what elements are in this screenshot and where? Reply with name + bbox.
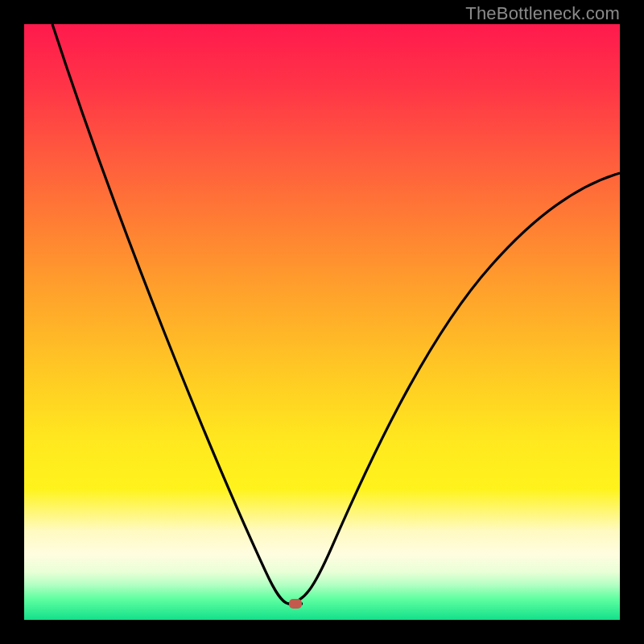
- optimal-point-marker: [289, 599, 302, 609]
- curve-right-branch: [288, 173, 620, 604]
- chart-stage: TheBottleneck.com: [0, 0, 644, 644]
- watermark-text: TheBottleneck.com: [465, 3, 620, 24]
- curve-left-branch: [52, 24, 303, 604]
- bottleneck-curve: [24, 24, 620, 620]
- plot-area: [24, 24, 620, 620]
